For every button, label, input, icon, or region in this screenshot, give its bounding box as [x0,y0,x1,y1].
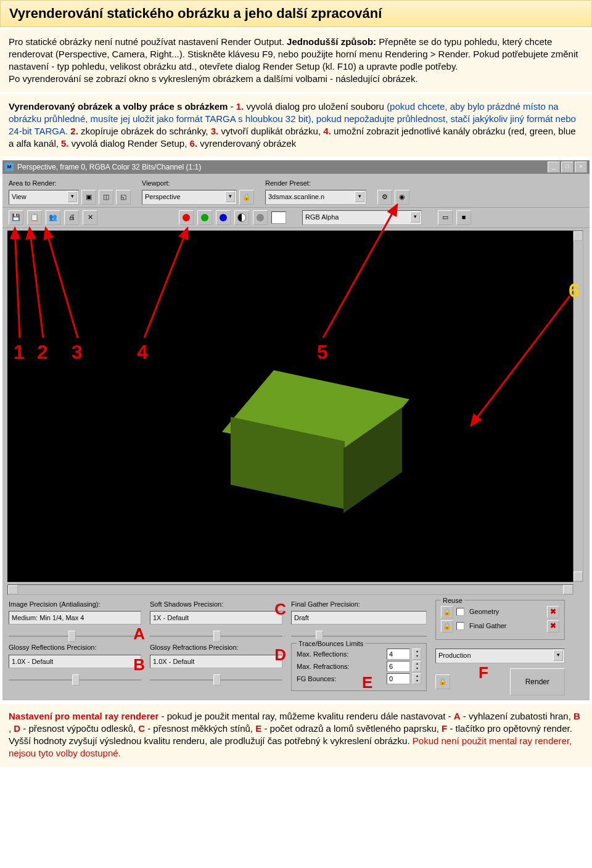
page-header: Vyrenderování statického obrázku a jeho … [0,0,592,27]
window-title: Perspective, frame 0, RGBA Color 32 Bits… [17,162,201,172]
fg-checkbox[interactable] [456,622,464,630]
overlay-4: 4 [137,339,148,366]
second-toolbar: 💾 📋 👥 🖨 ✕ RGB Alpha ▭ ■ [2,207,590,228]
callout-4: 4. [323,126,331,136]
reuse-geom-label: Geometry [469,607,499,616]
spinner[interactable]: ▴▾ [413,673,421,684]
lock-icon[interactable]: 🔒 [441,606,453,618]
annot-F: F [479,662,488,684]
copy-icon[interactable]: 📋 [27,210,42,225]
overlay-6: 6 [569,277,580,304]
callout-1: 1. [236,101,244,112]
clear-fg-icon[interactable]: ✖ [547,620,559,633]
preset-select[interactable]: 3dsmax.scanline.n [265,190,366,205]
soft-sh-label: Soft Shadows Precision: [150,600,282,609]
lock-render-icon[interactable]: 🔒 [435,674,450,689]
reuse-title: Reuse [441,596,464,605]
viewport-select[interactable]: Perspective [142,190,237,205]
render-window: M Perspective, frame 0, RGBA Color 32 Bi… [2,160,590,700]
spinner[interactable]: ▴▾ [413,661,421,672]
overlay-3: 3 [72,339,83,366]
text: - vyhlazení zubatosti hran, [463,711,574,721]
toggle-overlay-icon[interactable]: ▭ [438,210,453,225]
text: zkopíruje obrázek do schránky, [81,126,211,136]
text: vyvolá dialog Render Setup, [72,138,190,149]
legend-text: Vyrenderovaný obrázek a volby práce s ob… [0,94,592,157]
toggle-ui-icon[interactable]: ■ [456,210,471,225]
maximize-button[interactable]: □ [561,162,574,173]
environment-icon[interactable]: ◉ [395,190,409,205]
max-refr-label: Max. Refractions: [297,662,350,671]
gloss-refl-value: 1.0X - Default [9,655,141,668]
close-button[interactable]: × [575,162,587,173]
rendered-viewport [7,231,574,582]
alpha-channel-icon[interactable] [234,210,249,225]
max-refl-label: Max. Reflections: [297,650,348,659]
overlay-2: 2 [37,339,48,366]
text: Nastavení pro mental ray renderer [9,711,158,721]
render-button[interactable]: Render [510,668,565,695]
text-bold: Jednodušší způsob: [287,36,376,47]
trace-title: Trace/Bounces Limits [297,639,365,649]
delete-icon[interactable]: ✕ [83,210,97,225]
lock-icon[interactable]: 🔒 [441,620,453,633]
app-icon: M [5,163,14,171]
production-select[interactable]: Production [435,649,565,663]
gloss-refr-value: 1.0X - Default [150,655,282,668]
max-refl-input[interactable] [387,649,410,660]
reuse-group: Reuse 🔒 Geometry ✖ 🔒 Final Gather ✖ [435,600,565,640]
page-title: Vyrenderování statického obrázku a jeho … [9,4,583,23]
channel-select[interactable]: RGB Alpha [302,210,422,225]
img-prec-slider[interactable] [9,627,141,641]
crop-icon[interactable]: ◫ [99,190,113,205]
rendered-cube [223,385,384,508]
text: E [255,723,261,734]
minimize-button[interactable]: _ [548,162,560,173]
autoregion-icon[interactable]: ◱ [116,190,131,205]
red-channel-icon[interactable] [179,210,194,225]
viewport-label: Viewport: [142,179,254,188]
callout-2: 2. [70,126,78,136]
annot-E: E [362,672,372,694]
text: Vyrenderovaný obrázek a volby práce s ob… [9,101,228,112]
annot-D: D [274,644,286,666]
mentalray-panel: Image Precision (Antialiasing): Medium: … [2,595,590,700]
text: Pro statické obrázky není nutné používat… [9,36,287,47]
spinner[interactable]: ▴▾ [413,649,421,660]
save-icon[interactable]: 💾 [9,210,23,225]
clear-geometry-icon[interactable]: ✖ [547,606,559,618]
text: D [14,723,20,734]
blue-channel-icon[interactable] [216,210,231,225]
scrollbar-horizontal[interactable] [7,584,574,595]
overlay-1: 1 [14,339,25,366]
img-prec-value: Medium: Min 1/4, Max 4 [9,611,141,624]
gloss-refr-slider[interactable] [150,671,282,684]
color-swatch[interactable] [271,211,286,224]
footer-text: Nastavení pro mental ray renderer - poku… [0,704,592,766]
text: F [442,723,447,734]
text: A [454,711,461,721]
region-icon[interactable]: ▣ [81,190,96,205]
preset-label: Render Preset: [265,179,409,188]
lock-viewport-icon[interactable]: 🔒 [239,190,254,205]
area-label: Area to Render: [9,179,131,188]
clone-icon[interactable]: 👥 [46,210,60,225]
mono-channel-icon[interactable] [253,210,268,225]
geometry-checkbox[interactable] [456,608,464,616]
text: vytvoří duplikát obrázku, [221,126,323,136]
print-icon[interactable]: 🖨 [64,210,79,225]
text: B [574,711,580,721]
green-channel-icon[interactable] [197,210,212,225]
fg-slider[interactable] [291,627,427,641]
area-select[interactable]: View [9,190,79,205]
fg-bounces-input[interactable] [387,673,410,684]
soft-sh-slider[interactable] [150,627,282,641]
render-setup-icon[interactable]: ⚙ [377,190,392,205]
max-refr-input[interactable] [387,661,410,672]
text: Po vyrenderování se zobrazí okno s vykre… [9,73,418,84]
gloss-refr-label: Glossy Refractions Precision: [150,643,282,652]
gloss-refl-slider[interactable] [9,671,141,684]
annot-C: C [274,599,286,620]
top-toolbar: Area to Render: View ▣ ◫ ◱ Viewport: Per… [2,174,590,207]
callout-6: 6. [190,138,198,149]
